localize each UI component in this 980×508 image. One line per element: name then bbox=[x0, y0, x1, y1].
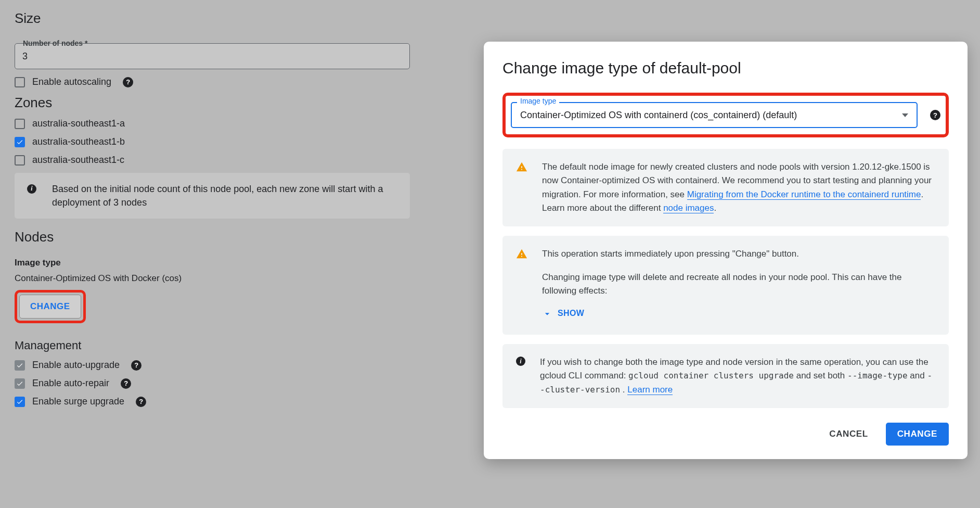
warning-icon bbox=[516, 248, 527, 264]
zone-checkbox[interactable] bbox=[15, 155, 25, 166]
surge-upgrade-checkbox[interactable] bbox=[15, 397, 25, 407]
help-icon[interactable]: ? bbox=[930, 110, 940, 120]
auto-upgrade-checkbox bbox=[15, 360, 25, 371]
cancel-button[interactable]: CANCEL bbox=[822, 424, 875, 444]
autoscaling-label: Enable autoscaling bbox=[32, 77, 111, 87]
zone-label: australia-southeast1-b bbox=[32, 136, 125, 147]
cli-command-code: gcloud container clusters upgrade bbox=[628, 371, 794, 380]
zones-info-text: Based on the initial node count of this … bbox=[52, 182, 397, 209]
autoscaling-row[interactable]: Enable autoscaling ? bbox=[15, 77, 350, 87]
auto-repair-label: Enable auto-repair bbox=[32, 378, 109, 389]
image-type-value: Container-Optimized OS with Docker (cos) bbox=[15, 273, 350, 284]
help-icon[interactable]: ? bbox=[121, 378, 131, 389]
auto-upgrade-row: Enable auto-upgrade ? bbox=[15, 360, 350, 371]
change-button-highlight: CHANGE bbox=[15, 290, 86, 323]
migration-notice-text: The default node image for newly created… bbox=[542, 160, 935, 215]
migration-notice: The default node image for newly created… bbox=[502, 149, 949, 226]
autoscaling-checkbox[interactable] bbox=[15, 77, 25, 87]
cli-info-notice: i If you wish to change both the image t… bbox=[502, 344, 949, 408]
zone-checkbox[interactable] bbox=[15, 119, 25, 129]
auto-repair-row: Enable auto-repair ? bbox=[15, 378, 350, 389]
zone-row-0[interactable]: australia-southeast1-a bbox=[15, 118, 350, 129]
dialog-actions: CANCEL CHANGE bbox=[502, 423, 949, 446]
node-pool-form: Size Number of nodes * Enable autoscalin… bbox=[0, 0, 364, 420]
chevron-down-icon bbox=[902, 113, 908, 117]
change-image-type-button[interactable]: CHANGE bbox=[19, 295, 81, 319]
image-type-select[interactable]: Container-Optimized OS with containerd (… bbox=[511, 102, 918, 128]
cli-flag-code: --image-type bbox=[847, 371, 908, 380]
nodes-heading: Nodes bbox=[15, 229, 350, 245]
help-icon[interactable]: ? bbox=[123, 77, 133, 87]
confirm-change-button[interactable]: CHANGE bbox=[886, 423, 949, 446]
learn-more-link[interactable]: Learn more bbox=[627, 385, 673, 395]
size-heading: Size bbox=[15, 10, 350, 27]
warning-icon bbox=[516, 161, 527, 177]
auto-repair-checkbox bbox=[15, 378, 25, 389]
operation-warning-notice: This operation starts immediately upon p… bbox=[502, 236, 949, 335]
dialog-title: Change image type of default-pool bbox=[502, 59, 949, 77]
cli-info-text: If you wish to change both the image typ… bbox=[540, 355, 935, 397]
help-icon[interactable]: ? bbox=[131, 360, 141, 371]
zone-label: australia-southeast1-c bbox=[32, 155, 124, 166]
image-type-select-label: Image type bbox=[517, 97, 559, 105]
help-icon[interactable]: ? bbox=[136, 397, 146, 407]
image-type-select-wrap: Image type Container-Optimized OS with c… bbox=[511, 102, 918, 128]
auto-upgrade-label: Enable auto-upgrade bbox=[32, 360, 120, 371]
show-effects-toggle[interactable]: SHOW bbox=[542, 307, 584, 320]
zone-row-2[interactable]: australia-southeast1-c bbox=[15, 155, 350, 166]
management-heading: Management bbox=[15, 339, 350, 352]
check-icon bbox=[16, 138, 23, 146]
change-image-type-dialog: Change image type of default-pool Image … bbox=[484, 42, 968, 459]
migrating-link[interactable]: Migrating from the Docker runtime to the… bbox=[687, 189, 921, 200]
chevron-down-icon bbox=[542, 309, 552, 319]
check-icon bbox=[16, 398, 23, 405]
node-images-link[interactable]: node images bbox=[663, 203, 714, 213]
surge-upgrade-label: Enable surge upgrade bbox=[32, 396, 124, 407]
image-type-select-value: Container-Optimized OS with containerd (… bbox=[520, 110, 797, 121]
image-type-select-highlight: Image type Container-Optimized OS with c… bbox=[502, 93, 949, 137]
image-type-label: Image type bbox=[15, 258, 350, 268]
info-icon: i bbox=[516, 357, 525, 366]
operation-warning-text: This operation starts immediately upon p… bbox=[542, 247, 935, 323]
check-icon bbox=[16, 362, 23, 369]
zone-label: australia-southeast1-a bbox=[32, 118, 125, 129]
zone-row-1[interactable]: australia-southeast1-b bbox=[15, 136, 350, 147]
zones-info-box: i Based on the initial node count of thi… bbox=[15, 173, 410, 219]
num-nodes-label: Number of nodes * bbox=[21, 39, 89, 47]
zone-checkbox[interactable] bbox=[15, 137, 25, 147]
zones-heading: Zones bbox=[15, 95, 350, 111]
check-icon bbox=[16, 380, 23, 387]
info-icon: i bbox=[27, 184, 36, 194]
surge-upgrade-row[interactable]: Enable surge upgrade ? bbox=[15, 396, 350, 407]
